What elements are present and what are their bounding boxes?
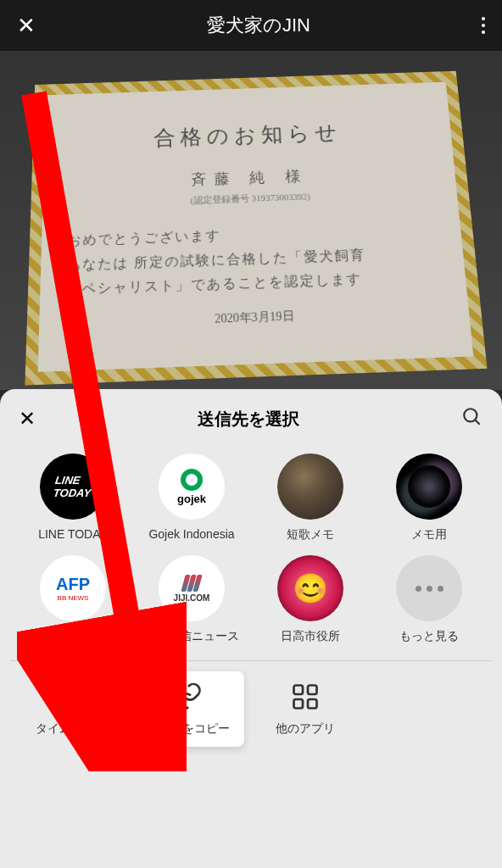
certificate-card: 合格のお知らせ 斉藤 純 様 (認定登録番号 319373003392) おめで… [25,71,487,386]
afp-icon: AFPBB NEWS [40,555,106,621]
cert-name: 斉藤 純 様 [190,166,309,190]
action-timeline[interactable]: タイムライン [15,671,127,746]
page-title: 愛犬家のJIN [207,13,310,38]
svg-line-1 [475,420,479,424]
line-today-icon: LINETODAY [40,453,106,520]
dest-memo[interactable]: メモ用 [373,453,485,542]
more-dots-icon [396,555,462,621]
dest-line-today[interactable]: LINETODAY LINE TODAY [17,453,129,542]
panel-header: ✕ 送信先を選択 [10,403,492,445]
app-header: ✕ 愛犬家のJIN [0,0,502,51]
cert-date: 2020年3月19日 [215,309,294,327]
panel-title: 送信先を選択 [198,408,299,431]
svg-point-0 [464,409,477,421]
cert-reg: (認定登録番号 319373003392) [190,190,310,206]
dest-hidaka[interactable]: 日高市役所 [254,555,366,643]
svg-rect-3 [294,686,304,695]
dest-more[interactable]: もっと見る [373,555,485,643]
jiji-icon: JIJI.COM [159,555,225,621]
svg-rect-4 [308,686,317,695]
grid-icon [290,682,321,715]
svg-rect-5 [294,699,304,709]
gojek-icon: gojek [159,453,225,520]
dest-gojek[interactable]: gojek Gojek Indonesia [136,453,248,542]
dest-tanka[interactable]: 短歌メモ [254,453,366,542]
share-panel: ✕ 送信先を選択 LINETODAY LINE TODAY gojek Goje… [0,389,502,868]
cert-title: 合格のお知らせ [153,119,343,153]
tanka-icon [277,453,343,520]
action-other-apps[interactable]: 他のアプリ [249,671,361,746]
search-icon[interactable] [461,406,483,431]
dest-jiji[interactable]: JIJI.COM 時事通信ニュース [136,555,248,643]
close-icon[interactable]: ✕ [17,13,36,39]
more-icon[interactable] [482,17,485,34]
svg-rect-6 [308,699,317,709]
hidaka-icon [277,555,343,621]
cert-body: おめでとうございます あなたは 所定の試験に合格した「愛犬飼育 スペシャリスト」… [66,216,441,303]
action-copy-link[interactable]: リンクをコピー [132,671,244,746]
clock-icon [56,682,86,715]
panel-close-icon[interactable]: ✕ [19,407,36,431]
dest-afp[interactable]: AFPBB NEWS AFPBB News [17,555,129,643]
link-icon [173,682,204,715]
bottom-actions: タイムライン リンクをコピー 他のアプリ [10,661,492,756]
memo-icon [396,453,462,520]
content-image: 合格のお知らせ 斉藤 純 様 (認定登録番号 319373003392) おめで… [0,51,502,390]
destination-grid: LINETODAY LINE TODAY gojek Gojek Indones… [10,445,492,660]
